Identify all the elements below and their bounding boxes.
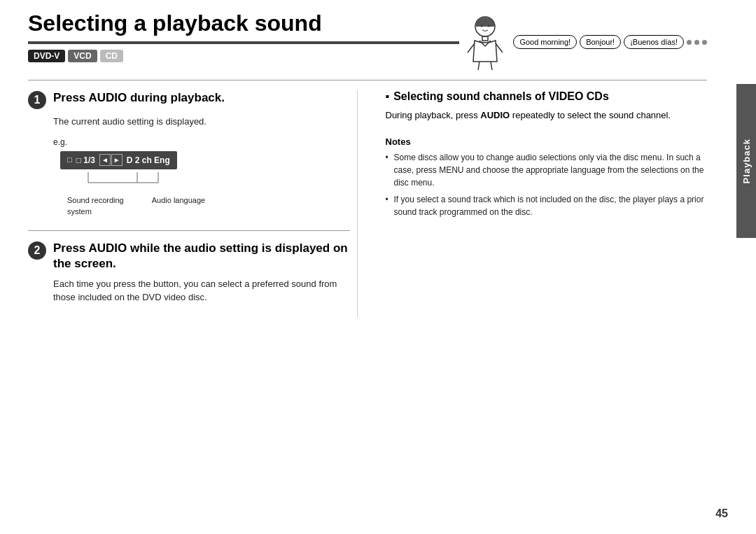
arrows: ◄ ► bbox=[99, 154, 122, 166]
label-audio-language: Audio language bbox=[152, 195, 205, 218]
step-2-header: 2 Press AUDIO while the audio setting is… bbox=[28, 241, 350, 272]
two-col-layout: 1 Press AUDIO during playback. The curre… bbox=[28, 90, 707, 317]
svg-rect-3 bbox=[482, 36, 488, 41]
page-number: 45 bbox=[715, 507, 728, 520]
sidebar-tab: Playback bbox=[736, 84, 756, 238]
dot-2 bbox=[694, 40, 699, 45]
label-sound-recording: Sound recording system bbox=[67, 195, 124, 218]
right-section-text2: repeatedly to select the sound channel. bbox=[510, 110, 671, 120]
step-2-title: Press AUDIO while the audio setting is d… bbox=[53, 241, 350, 272]
page-title: Selecting a playback sound bbox=[28, 11, 459, 36]
svg-point-2 bbox=[488, 25, 490, 27]
note-2: If you select a sound track which is not… bbox=[386, 193, 708, 218]
svg-line-4 bbox=[478, 62, 479, 70]
right-section-title: Selecting sound channels of VIDEO CDs bbox=[393, 90, 609, 103]
notes-list: Some discs allow you to change audio sel… bbox=[386, 151, 708, 218]
notes-title: Notes bbox=[386, 136, 708, 147]
audio-display-area: e.g. □ □ 1/3 ◄ ► D 2 ch bbox=[53, 136, 350, 218]
format-badges: DVD-V VCD CD bbox=[28, 50, 459, 62]
display-text2: D 2 ch Eng bbox=[127, 154, 170, 167]
step-2-block: 2 Press AUDIO while the audio setting is… bbox=[28, 241, 350, 304]
eg-label: e.g. bbox=[53, 136, 350, 148]
step-1-header: 1 Press AUDIO during playback. bbox=[28, 90, 350, 109]
dot-3 bbox=[702, 40, 707, 45]
right-section-paragraph: During playback, press AUDIO repeatedly … bbox=[386, 108, 708, 122]
step-1-block: 1 Press AUDIO during playback. The curre… bbox=[28, 90, 350, 218]
step-1-body: The current audio setting is displayed. … bbox=[53, 115, 350, 218]
character-svg bbox=[459, 14, 512, 70]
sidebar-label: Playback bbox=[741, 139, 752, 183]
col-left: 1 Press AUDIO during playback. The curre… bbox=[28, 90, 358, 317]
step-divider bbox=[28, 230, 350, 231]
audio-icon: □ bbox=[67, 154, 72, 166]
title-bar bbox=[28, 41, 459, 44]
step-2-body: Each time you press the button, you can … bbox=[53, 277, 350, 304]
step-1-description: The current audio setting is displayed. bbox=[53, 115, 350, 129]
notes-section: Notes Some discs allow you to change aud… bbox=[386, 136, 708, 218]
dot-1 bbox=[687, 40, 692, 45]
badge-dvd-v: DVD-V bbox=[28, 50, 65, 62]
step-2-description: Each time you press the button, you can … bbox=[53, 277, 350, 304]
step-1-title: Press AUDIO during playback. bbox=[53, 90, 225, 106]
right-section-body: During playback, press AUDIO repeatedly … bbox=[386, 108, 708, 122]
badge-cd: CD bbox=[100, 50, 123, 62]
svg-line-5 bbox=[491, 62, 492, 70]
section-bullet: ▪ bbox=[386, 90, 390, 103]
badge-vcd: VCD bbox=[68, 50, 97, 62]
svg-point-1 bbox=[481, 25, 483, 27]
col-right: ▪ Selecting sound channels of VIDEO CDs … bbox=[379, 90, 708, 317]
speech-bubble-1: Good morning! bbox=[513, 35, 577, 49]
right-section-header: ▪ Selecting sound channels of VIDEO CDs bbox=[386, 90, 708, 103]
step-1-number: 1 bbox=[28, 91, 46, 109]
speech-bubble-3: ¡Buenos días! bbox=[624, 35, 684, 49]
audio-display: □ □ 1/3 ◄ ► D 2 ch Eng bbox=[60, 151, 177, 169]
header: Selecting a playback sound DVD-V VCD CD bbox=[28, 0, 707, 70]
note-1: Some discs allow you to change audio sel… bbox=[386, 151, 708, 189]
speech-bubble-2: Bonjour! bbox=[580, 35, 621, 49]
right-section-bold: AUDIO bbox=[480, 110, 510, 120]
right-section-text1: During playback, press bbox=[386, 110, 481, 120]
section-divider bbox=[28, 80, 707, 80]
character-area: Good morning! Bonjour! ¡Buenos días! bbox=[459, 14, 707, 70]
step-2-number: 2 bbox=[28, 241, 46, 260]
bubble-dots bbox=[687, 40, 707, 45]
speech-bubbles: Good morning! Bonjour! ¡Buenos días! bbox=[513, 35, 707, 49]
display-text1: □ 1/3 bbox=[76, 154, 95, 167]
